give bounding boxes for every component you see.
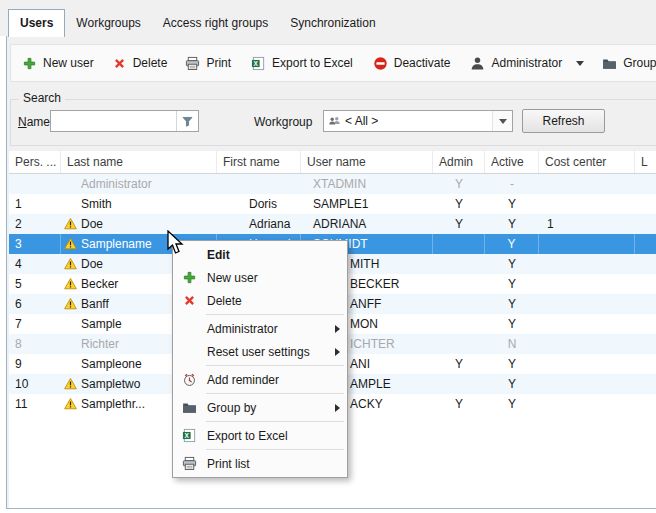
menu-item-delete[interactable]: Delete — [173, 289, 347, 312]
tab-users[interactable]: Users — [8, 9, 65, 37]
plus-icon — [181, 269, 197, 285]
warning-icon — [64, 297, 77, 310]
cell-pers: 5 — [9, 274, 61, 294]
new-user-button[interactable]: New user — [13, 45, 103, 81]
warning-icon — [64, 217, 77, 230]
menu-item-label: Edit — [207, 248, 230, 262]
column-header-label: Active — [491, 155, 524, 169]
cell-active: Y — [485, 374, 539, 394]
cell-cost-center — [539, 254, 635, 274]
plus-icon — [22, 56, 37, 71]
cell-l — [635, 234, 656, 254]
column-header-admin[interactable]: Admin — [433, 151, 485, 173]
cell-l — [635, 254, 656, 274]
refresh-label: Refresh — [542, 114, 584, 128]
menu-item-print-list[interactable]: Print list — [173, 452, 347, 475]
menu-item-label: Group by — [207, 401, 256, 415]
tab-access-right-groups[interactable]: Access right groups — [152, 11, 279, 36]
menu-item-label: Administrator — [207, 322, 278, 336]
search-groupbox-title: Search — [19, 91, 65, 105]
workgroup-people-icon — [324, 115, 345, 128]
cell-cost-center — [539, 194, 635, 214]
table-row[interactable]: 1 Smith Doris SAMPLE1 Y Y — [9, 194, 656, 214]
submenu-arrow-icon — [335, 404, 340, 412]
cell-first-name: Doris — [217, 194, 301, 214]
combo-dropdown-arrow[interactable] — [492, 111, 512, 131]
menu-item-reset-user-settings[interactable]: Reset user settings — [173, 340, 347, 363]
cell-admin: Y — [433, 354, 485, 374]
menu-item-edit[interactable]: Edit — [173, 243, 347, 266]
column-header-user-name[interactable]: User name — [301, 151, 433, 173]
chevron-down-icon — [499, 119, 507, 124]
cell-l — [635, 194, 656, 214]
column-header-label: Last name — [67, 155, 123, 169]
warning-icon — [64, 277, 77, 290]
workgroup-combobox[interactable]: < All > — [323, 110, 513, 132]
column-header-label: Admin — [439, 155, 473, 169]
group-by-button[interactable]: Group by — [593, 45, 656, 81]
group-by-label: Group by — [623, 56, 656, 70]
cell-admin: Y — [433, 214, 485, 234]
cell-user-name: XTADMIN — [301, 174, 433, 194]
administrator-dropdown-arrow[interactable] — [571, 45, 591, 81]
new-user-label: New user — [43, 56, 94, 70]
menu-separator — [206, 393, 344, 394]
cell-l — [635, 274, 656, 294]
deactivate-button[interactable]: Deactivate — [364, 45, 460, 81]
refresh-button[interactable]: Refresh — [522, 109, 605, 133]
submenu-arrow-icon — [335, 348, 340, 356]
cell-active: Y — [485, 394, 539, 414]
cell-pers: 10 — [9, 374, 61, 394]
menu-item-export-to-excel[interactable]: Export to Excel — [173, 424, 347, 447]
menu-item-new-user[interactable]: New user — [173, 266, 347, 289]
cell-last-name: Administrator — [81, 177, 152, 191]
cell-admin — [433, 274, 485, 294]
cell-user-name: SAMPLE1 — [301, 194, 433, 214]
cell-pers: 7 — [9, 314, 61, 334]
cell-pers: 8 — [9, 334, 61, 354]
table-row[interactable]: 2 Doe Adriana ADRIANA Y Y 1 — [9, 214, 656, 234]
search-groupbox: Search Name Workgroup < All > Refresh — [10, 99, 656, 146]
table-row[interactable]: Administrator XTADMIN Y - — [9, 174, 656, 194]
menu-item-add-reminder[interactable]: Add reminder — [173, 368, 347, 391]
name-input-wrapper — [50, 110, 199, 132]
cell-admin — [433, 314, 485, 334]
printer-icon — [185, 56, 200, 71]
cell-active: Y — [485, 274, 539, 294]
cell-cost-center — [539, 314, 635, 334]
filter-button[interactable] — [176, 111, 198, 131]
column-header-last-name[interactable]: Last name — [61, 151, 217, 173]
cell-active: Y — [485, 194, 539, 214]
cell-admin — [433, 254, 485, 274]
delete-cross-icon — [181, 292, 197, 308]
column-header-cost-center[interactable]: Cost center — [539, 151, 635, 173]
folder-icon — [602, 56, 617, 71]
warning-icon — [64, 257, 77, 270]
tab-synchronization[interactable]: Synchronization — [279, 11, 386, 36]
delete-button[interactable]: Delete — [103, 45, 177, 81]
cell-last-name: Sampletwo — [81, 377, 140, 391]
column-header-active[interactable]: Active — [485, 151, 539, 173]
tab-workgroups[interactable]: Workgroups — [65, 11, 151, 36]
cell-cost-center — [539, 294, 635, 314]
menu-separator — [206, 449, 344, 450]
print-button[interactable]: Print — [176, 45, 240, 81]
chevron-down-icon — [576, 61, 584, 66]
mouse-cursor-icon — [165, 230, 187, 256]
cell-last-name: Sample — [81, 317, 122, 331]
administrator-button[interactable]: Administrator — [461, 45, 571, 81]
column-header-l[interactable]: L — [635, 151, 656, 173]
name-input[interactable] — [51, 111, 176, 131]
export-to-excel-button[interactable]: Export to Excel — [242, 45, 362, 81]
menu-item-administrator[interactable]: Administrator — [173, 317, 347, 340]
column-header-pers[interactable]: Pers. ... — [9, 151, 61, 173]
tab-bar: Users Workgroups Access right groups Syn… — [0, 0, 656, 36]
workgroup-label: Workgroup — [254, 115, 312, 129]
menu-item-group-by[interactable]: Group by — [173, 396, 347, 419]
cell-pers: 6 — [9, 294, 61, 314]
column-header-first-name[interactable]: First name — [217, 151, 301, 173]
cell-l — [635, 314, 656, 334]
person-icon — [470, 56, 485, 71]
cell-active: - — [485, 174, 539, 194]
menu-item-label: Print list — [207, 457, 250, 471]
